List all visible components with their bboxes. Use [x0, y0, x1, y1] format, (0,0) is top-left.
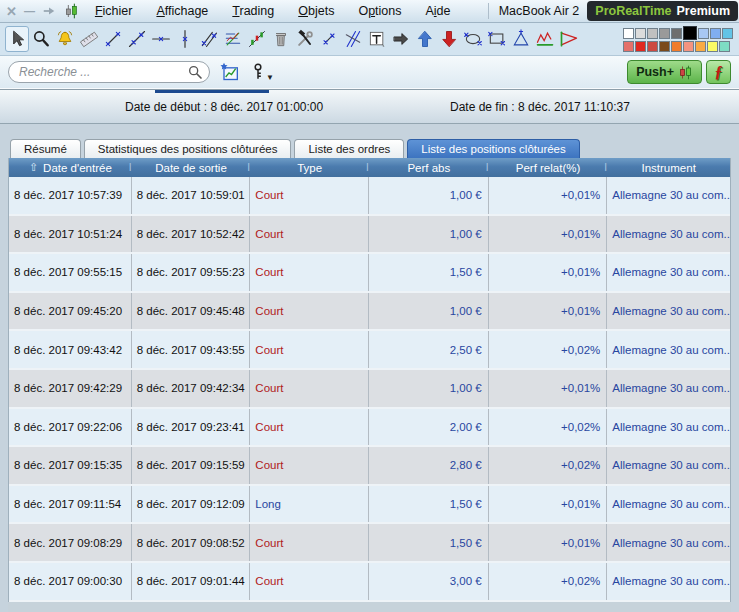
- menu-fichier[interactable]: Fichier: [95, 4, 133, 18]
- regression-channel-tool-icon[interactable]: [245, 26, 269, 52]
- tab-liste-des-positions-cl-tur-es[interactable]: Liste des positions clôturées: [407, 139, 579, 158]
- table-row[interactable]: 8 déc. 2017 09:42:298 déc. 2017 09:42:34…: [9, 370, 730, 409]
- table-row[interactable]: 8 déc. 2017 09:22:068 déc. 2017 09:23:41…: [9, 409, 730, 448]
- horizontal-line-tool-icon[interactable]: [149, 26, 173, 52]
- cell-type: Court: [250, 447, 369, 484]
- tab-statistiques-des-positions-cl-tur-es[interactable]: Statistiques des positions clôturées: [84, 139, 292, 158]
- color-swatch[interactable]: [710, 28, 721, 39]
- pin-icon[interactable]: [42, 4, 56, 18]
- table-row[interactable]: 8 déc. 2017 09:00:308 déc. 2017 09:01:44…: [9, 563, 730, 602]
- color-swatch[interactable]: [671, 41, 682, 52]
- menu-affichage[interactable]: Affichage: [156, 4, 208, 18]
- cell-exit: 8 déc. 2017 09:42:34: [132, 370, 251, 407]
- fibonacci-levels-tool-icon[interactable]: [221, 26, 245, 52]
- object-tools-icon[interactable]: [293, 26, 317, 52]
- rectangle-tool-icon[interactable]: [485, 26, 509, 52]
- column-header-exit[interactable]: Date de sortie: [132, 158, 251, 177]
- cell-entry: 8 déc. 2017 09:15:35: [9, 447, 132, 484]
- color-swatch[interactable]: [635, 41, 646, 52]
- quick-order-button[interactable]: ƒ: [706, 60, 731, 84]
- color-swatch[interactable]: [671, 28, 682, 39]
- table-row[interactable]: 8 déc. 2017 10:51:248 déc. 2017 10:52:42…: [9, 216, 730, 255]
- color-swatch[interactable]: [623, 28, 634, 39]
- table-header: ⇧Date d'entréeDate de sortieTypePerf abs…: [9, 158, 730, 177]
- cell-perf_abs: 1,50 €: [369, 486, 489, 523]
- column-header-type[interactable]: Type: [250, 158, 369, 177]
- pennant-pattern-tool-icon[interactable]: [557, 26, 581, 52]
- color-swatch[interactable]: [647, 28, 658, 39]
- color-swatch[interactable]: [695, 41, 706, 52]
- table-row[interactable]: 8 déc. 2017 10:57:398 déc. 2017 10:59:01…: [9, 177, 730, 216]
- color-swatch[interactable]: [683, 26, 697, 40]
- ellipse-tool-icon[interactable]: [461, 26, 485, 52]
- cell-perf_abs: 3,00 €: [369, 563, 489, 600]
- pitchfork-tool-icon[interactable]: [341, 26, 365, 52]
- color-swatch[interactable]: [659, 28, 670, 39]
- candles-icon: [678, 65, 693, 80]
- cell-instrument: Allemagne 30 au com...: [607, 370, 730, 407]
- color-swatch[interactable]: [659, 41, 670, 52]
- color-swatch[interactable]: [698, 28, 709, 39]
- menu-trading[interactable]: Trading: [232, 4, 274, 18]
- delete-objects-tool-icon[interactable]: [269, 26, 293, 52]
- up-arrow-tool-icon[interactable]: [413, 26, 437, 52]
- table-row[interactable]: 8 déc. 2017 09:08:298 déc. 2017 09:08:52…: [9, 524, 730, 563]
- color-swatch[interactable]: [647, 41, 658, 52]
- cell-instrument: Allemagne 30 au com...: [607, 216, 730, 253]
- color-swatch[interactable]: [707, 41, 718, 52]
- new-chart-icon[interactable]: [219, 62, 239, 82]
- push-button[interactable]: Push+: [627, 60, 702, 84]
- color-swatch[interactable]: [722, 28, 733, 39]
- window-controls: ✕ —: [6, 3, 79, 19]
- pointer-tool-icon[interactable]: [5, 26, 29, 52]
- table-row[interactable]: 8 déc. 2017 09:55:158 déc. 2017 09:55:23…: [9, 254, 730, 293]
- forward-arrow-tool-icon[interactable]: [389, 26, 413, 52]
- search-input[interactable]: [8, 61, 210, 83]
- menu-aide[interactable]: Aide: [425, 4, 450, 18]
- color-swatch[interactable]: [635, 28, 646, 39]
- column-header-entry[interactable]: ⇧Date d'entrée: [9, 158, 132, 177]
- key-icon[interactable]: ▼: [248, 62, 274, 82]
- candlestick-app-icon: [63, 3, 79, 19]
- triangle-tool-icon[interactable]: [509, 26, 533, 52]
- table-row[interactable]: 8 déc. 2017 09:11:548 déc. 2017 09:12:09…: [9, 486, 730, 525]
- table-row[interactable]: 8 déc. 2017 09:43:428 déc. 2017 09:43:55…: [9, 331, 730, 370]
- short-segment-tool-icon[interactable]: [317, 26, 341, 52]
- segment-tool-icon[interactable]: [101, 26, 125, 52]
- down-arrow-tool-icon[interactable]: [437, 26, 461, 52]
- column-label: Date de sortie: [155, 162, 227, 174]
- cell-exit: 8 déc. 2017 10:59:01: [132, 177, 251, 214]
- zoom-tool-icon[interactable]: [29, 26, 53, 52]
- cell-instrument: Allemagne 30 au com...: [607, 563, 730, 600]
- cell-entry: 8 déc. 2017 10:57:39: [9, 177, 132, 214]
- parallel-lines-tool-icon[interactable]: [197, 26, 221, 52]
- table-row[interactable]: 8 déc. 2017 09:45:208 déc. 2017 09:45:48…: [9, 293, 730, 332]
- zigzag-pattern-tool-icon[interactable]: [533, 26, 557, 52]
- ruler-tool-icon[interactable]: [77, 26, 101, 52]
- table-row[interactable]: 8 déc. 2017 09:15:358 déc. 2017 09:15:59…: [9, 447, 730, 486]
- bottom-strip: [8, 602, 731, 612]
- cell-instrument: Allemagne 30 au com...: [607, 524, 730, 561]
- menu-options[interactable]: Options: [358, 4, 401, 18]
- color-swatch[interactable]: [683, 41, 694, 52]
- menu-objets[interactable]: Objets: [298, 4, 334, 18]
- flash-icon: ƒ: [715, 63, 723, 81]
- column-header-perf_rel[interactable]: Perf relat(%): [489, 158, 608, 177]
- color-swatch[interactable]: [719, 41, 730, 52]
- tab-r-sum-[interactable]: Résumé: [10, 139, 81, 158]
- alert-bell-icon[interactable]: [53, 26, 77, 52]
- cell-exit: 8 déc. 2017 09:12:09: [132, 486, 251, 523]
- line-tool-icon[interactable]: [125, 26, 149, 52]
- column-header-instrument[interactable]: Instrument: [607, 158, 730, 177]
- color-swatch[interactable]: [623, 41, 634, 52]
- menubar: ✕ — FichierAffichageTradingObjetsOptions…: [0, 0, 739, 23]
- cell-instrument: Allemagne 30 au com...: [607, 254, 730, 291]
- tab-liste-des-ordres[interactable]: Liste des ordres: [294, 139, 404, 158]
- cell-instrument: Allemagne 30 au com...: [607, 331, 730, 368]
- column-header-perf_abs[interactable]: Perf abs: [369, 158, 489, 177]
- vertical-line-tool-icon[interactable]: [173, 26, 197, 52]
- minimize-icon[interactable]: —: [24, 6, 35, 17]
- tab-bar: RésuméStatistiques des positions clôturé…: [8, 126, 731, 158]
- text-tool-icon[interactable]: [365, 26, 389, 52]
- close-icon[interactable]: ✕: [6, 5, 17, 18]
